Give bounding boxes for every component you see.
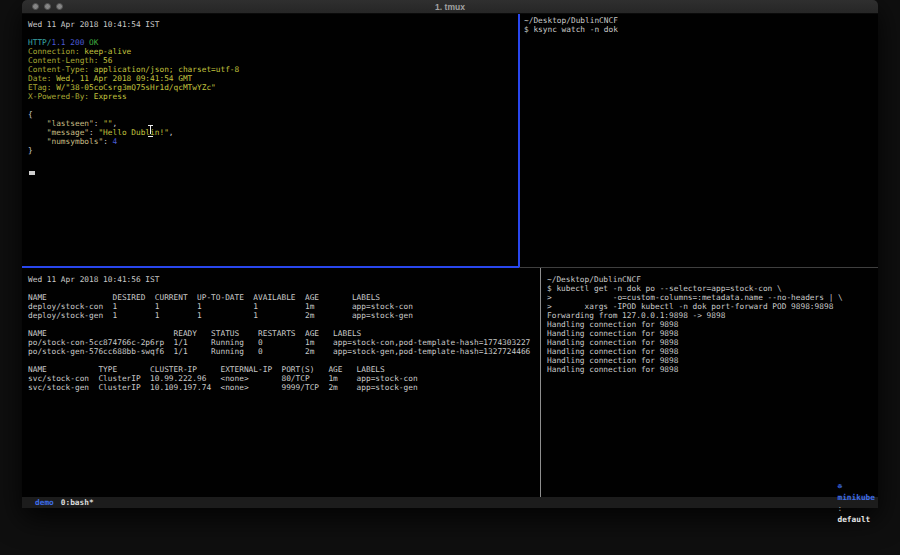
session-name: demo bbox=[35, 497, 54, 508]
kube-namespace: default bbox=[837, 515, 870, 524]
terminal-line: Handling connection for 9898 bbox=[547, 329, 883, 338]
terminal-line: ~/Desktop/DublinCNCF bbox=[524, 16, 882, 25]
terminal-line: "numsymbols": 4 bbox=[28, 137, 524, 146]
terminal-line: Handling connection for 9898 bbox=[547, 320, 883, 329]
terminal-line: X-Powered-By: Express bbox=[28, 92, 524, 101]
mouse-text-cursor bbox=[148, 125, 153, 137]
window-title-bar[interactable]: 1. tmux bbox=[22, 0, 878, 14]
terminal-line: Handling connection for 9898 bbox=[547, 365, 883, 374]
tmux-panes-area: Wed 11 Apr 2018 10:41:54 ISTHTTP/1.1 200… bbox=[22, 14, 878, 497]
terminal-line: deploy/stock-gen 1 1 1 1 2m app=stock-ge… bbox=[28, 311, 546, 320]
pane-http-response[interactable]: Wed 11 Apr 2018 10:41:54 ISTHTTP/1.1 200… bbox=[22, 14, 524, 272]
terminal-line bbox=[28, 284, 546, 293]
terminal-line: Handling connection for 9898 bbox=[547, 338, 883, 347]
terminal-line: deploy/stock-con 1 1 1 1 1m app=stock-co… bbox=[28, 302, 546, 311]
terminal-line: $ kubectl get -n dok po --selector=app=s… bbox=[547, 284, 883, 293]
terminal-line: > xargs -IPOD kubectl -n dok port-forwar… bbox=[547, 302, 883, 311]
terminal-line: Handling connection for 9898 bbox=[547, 356, 883, 365]
terminal-line: } bbox=[28, 146, 524, 155]
terminal-line: Handling connection for 9898 bbox=[547, 347, 883, 356]
terminal-line: Wed 11 Apr 2018 10:41:56 IST bbox=[28, 275, 546, 284]
terminal-line: > -o=custom-columns=:metadata.name --no-… bbox=[547, 293, 883, 302]
terminal-line bbox=[28, 101, 524, 110]
terminal-line: ~/Desktop/DublinCNCF bbox=[547, 275, 883, 284]
terminal-cursor bbox=[29, 171, 35, 175]
terminal-line: Date: Wed, 11 Apr 2018 09:41:54 GMT bbox=[28, 74, 524, 83]
terminal-line: "message": "Hello Dublin!", bbox=[28, 128, 524, 137]
terminal-line bbox=[28, 29, 524, 38]
tmux-status-bar: demo 0:bash* ☸ minikube : default bbox=[22, 497, 878, 508]
kubernetes-icon: ☸ bbox=[837, 482, 842, 491]
terminal-line: HTTP/1.1 200 OK bbox=[28, 38, 524, 47]
terminal-line: svc/stock-gen ClusterIP 10.109.197.74 <n… bbox=[28, 383, 546, 392]
terminal-window: 1. tmux Wed 11 Apr 2018 10:41:54 ISTHTTP… bbox=[22, 0, 878, 508]
terminal-line: ETag: W/"38-05coCsrg3mQ75sHr1d/qcMTwYZc" bbox=[28, 83, 524, 92]
window-list-item[interactable]: 0:bash* bbox=[61, 497, 94, 508]
terminal-line: svc/stock-con ClusterIP 10.99.222.96 <no… bbox=[28, 374, 546, 383]
kube-separator: : bbox=[837, 504, 842, 513]
pane-kubectl-get[interactable]: Wed 11 Apr 2018 10:41:56 ISTNAME DESIRED… bbox=[22, 268, 546, 504]
terminal-line: Connection: keep-alive bbox=[28, 47, 524, 56]
terminal-line bbox=[28, 356, 546, 365]
terminal-line: NAME DESIRED CURRENT UP-TO-DATE AVAILABL… bbox=[28, 293, 546, 302]
terminal-line bbox=[28, 320, 546, 329]
terminal-line: Content-Length: 56 bbox=[28, 56, 524, 65]
pane-divider-bottom-vertical[interactable] bbox=[540, 268, 541, 497]
window-title: 1. tmux bbox=[22, 0, 878, 13]
terminal-line: "lastseen": "", bbox=[28, 119, 524, 128]
terminal-line: Wed 11 Apr 2018 10:41:54 IST bbox=[28, 20, 524, 29]
terminal-line: $ ksync watch -n dok bbox=[524, 25, 882, 34]
terminal-line: po/stock-con-5cc874766c-2p6rp 1/1 Runnin… bbox=[28, 338, 546, 347]
kube-context: minikube bbox=[837, 493, 875, 502]
terminal-line: { bbox=[28, 110, 524, 119]
terminal-line: NAME READY STATUS RESTARTS AGE LABELS bbox=[28, 329, 546, 338]
pane-ksync-watch[interactable]: ~/Desktop/DublinCNCF$ ksync watch -n dok bbox=[520, 14, 882, 268]
terminal-line: po/stock-gen-576cc688bb-swqf6 1/1 Runnin… bbox=[28, 347, 546, 356]
terminal-line: NAME TYPE CLUSTER-IP EXTERNAL-IP PORT(S)… bbox=[28, 365, 546, 374]
terminal-line: Forwarding from 127.0.0.1:9898 -> 9898 bbox=[547, 311, 883, 320]
kube-status: ☸ minikube : default bbox=[800, 470, 875, 536]
terminal-line: Content-Type: application/json; charset=… bbox=[28, 65, 524, 74]
